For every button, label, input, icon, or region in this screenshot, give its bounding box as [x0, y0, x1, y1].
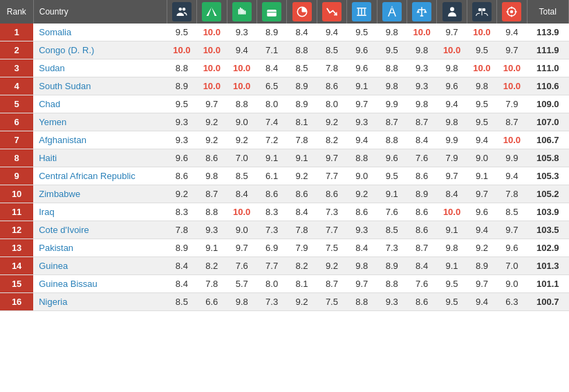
total-cell: 113.9 [527, 24, 568, 41]
score-cell: 8.3 [256, 203, 286, 221]
score-cell: 9.5 [437, 293, 467, 311]
score-cell: 10.0 [497, 77, 527, 95]
country-name-cell[interactable]: Cote d'Ivoire [33, 221, 167, 239]
score-cell: 6.1 [256, 167, 286, 185]
table-row: 6Yemen9.39.29.07.48.19.29.38.78.79.89.58… [0, 113, 569, 131]
icon-header-5 [317, 0, 346, 24]
total-cell: 105.8 [527, 149, 568, 167]
score-cell: 9.5 [377, 41, 407, 59]
score-cell: 10.0 [227, 77, 256, 95]
score-cell: 7.4 [256, 113, 286, 131]
country-name-cell[interactable]: Guinea [33, 257, 167, 275]
country-name-cell[interactable]: Yemen [33, 113, 167, 131]
country-name-cell[interactable]: Sudan [33, 59, 167, 77]
score-cell: 8.4 [167, 275, 196, 293]
country-name-cell[interactable]: Iraq [33, 203, 167, 221]
score-cell: 9.7 [347, 95, 377, 113]
score-cell: 8.6 [317, 77, 346, 95]
score-cell: 9.7 [317, 149, 346, 167]
score-cell: 9.9 [377, 95, 407, 113]
table-row: 11Iraq8.38.810.08.38.47.38.67.68.610.09.… [0, 203, 569, 221]
score-cell: 8.8 [347, 149, 377, 167]
score-cell: 8.9 [287, 95, 317, 113]
score-cell: 9.6 [347, 41, 377, 59]
score-cell: 9.8 [437, 113, 467, 131]
score-cell: 9.1 [287, 149, 317, 167]
score-cell: 8.8 [377, 131, 407, 149]
score-cell: 10.0 [197, 59, 227, 77]
total-cell: 106.7 [527, 131, 568, 149]
total-cell: 107.0 [527, 113, 568, 131]
country-name-cell[interactable]: Haiti [33, 149, 167, 167]
score-cell: 8.6 [407, 293, 436, 311]
score-cell: 9.5 [467, 113, 496, 131]
score-cell: 8.7 [407, 239, 436, 257]
score-cell: 9.9 [437, 131, 467, 149]
score-cell: 6.5 [256, 77, 286, 95]
score-cell: 8.5 [317, 41, 346, 59]
score-cell: 8.4 [167, 257, 196, 275]
score-cell: 7.6 [227, 257, 256, 275]
score-cell: 8.5 [287, 59, 317, 77]
svg-rect-5 [267, 10, 277, 17]
score-cell: 8.4 [256, 59, 286, 77]
country-name-cell[interactable]: Somalia [33, 24, 167, 41]
country-name-cell[interactable]: Congo (D. R.) [33, 41, 167, 59]
rank-cell: 5 [0, 95, 33, 113]
score-cell: 9.2 [197, 113, 227, 131]
score-cell: 9.7 [497, 221, 527, 239]
country-name-cell[interactable]: Guinea Bissau [33, 275, 167, 293]
country-name-cell[interactable]: Nigeria [33, 293, 167, 311]
svg-rect-14 [364, 9, 366, 15]
score-cell: 8.7 [377, 113, 407, 131]
score-cell: 9.1 [467, 167, 496, 185]
score-cell: 8.5 [227, 167, 256, 185]
total-cell: 100.7 [527, 293, 568, 311]
country-name-cell[interactable]: South Sudan [33, 77, 167, 95]
rank-cell: 16 [0, 293, 33, 311]
score-cell: 9.8 [227, 293, 256, 311]
icon-header-0 [167, 0, 196, 24]
total-cell: 111.9 [527, 41, 568, 59]
score-cell: 7.6 [377, 203, 407, 221]
score-cell: 8.9 [256, 24, 286, 41]
score-cell: 9.7 [197, 95, 227, 113]
score-cell: 9.6 [497, 239, 527, 257]
svg-rect-11 [357, 8, 367, 9]
score-cell: 7.3 [377, 239, 407, 257]
score-cell: 9.3 [407, 59, 436, 77]
rank-cell: 11 [0, 203, 33, 221]
score-cell: 9.4 [227, 41, 256, 59]
score-cell: 9.8 [407, 41, 436, 59]
score-cell: 10.0 [497, 59, 527, 77]
country-name-cell[interactable]: Central African Republic [33, 167, 167, 185]
score-cell: 9.9 [497, 149, 527, 167]
svg-rect-10 [357, 15, 367, 17]
score-cell: 7.2 [256, 131, 286, 149]
score-cell: 8.3 [167, 203, 196, 221]
score-cell: 9.2 [227, 131, 256, 149]
score-cell: 10.0 [437, 41, 467, 59]
score-cell: 8.0 [256, 95, 286, 113]
total-cell: 103.5 [527, 221, 568, 239]
score-cell: 7.8 [287, 221, 317, 239]
score-cell: 9.4 [317, 24, 346, 41]
country-name-cell[interactable]: Chad [33, 95, 167, 113]
score-cell: 8.4 [227, 185, 256, 203]
country-name-cell[interactable]: Pakistan [33, 239, 167, 257]
icon-header-7 [377, 0, 407, 24]
score-cell: 7.5 [317, 293, 346, 311]
score-cell: 7.3 [256, 221, 286, 239]
score-cell: 10.0 [467, 24, 496, 41]
rank-cell: 4 [0, 77, 33, 95]
score-cell: 8.9 [287, 77, 317, 95]
icon-header-2 [227, 0, 256, 24]
score-cell: 10.0 [437, 203, 467, 221]
score-cell: 8.9 [467, 257, 496, 275]
table-row: 3Sudan8.810.010.08.48.57.89.68.89.39.810… [0, 59, 569, 77]
score-cell: 9.4 [437, 95, 467, 113]
country-name-cell[interactable]: Zimbabwe [33, 185, 167, 203]
country-name-cell[interactable]: Afghanistan [33, 131, 167, 149]
score-cell: 9.1 [197, 239, 227, 257]
score-cell: 6.3 [497, 293, 527, 311]
